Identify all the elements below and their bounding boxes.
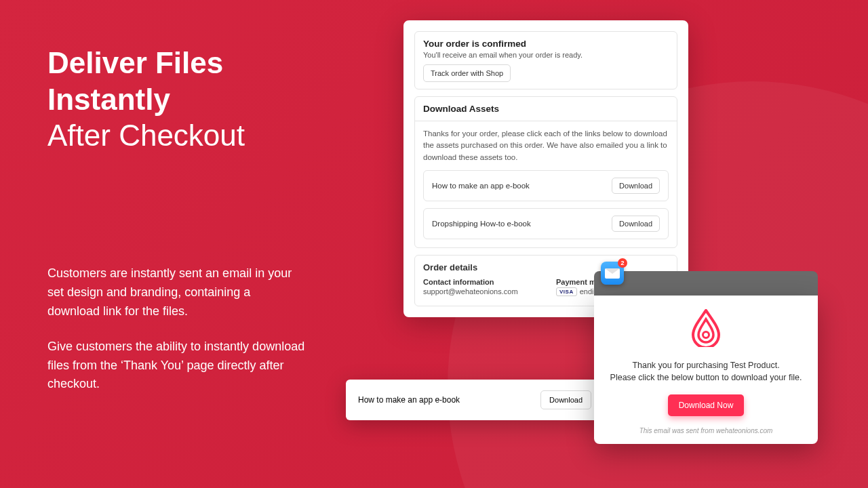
download-button[interactable]: Download [612,178,660,194]
asset-name: Dropshipping How-to e-book [432,220,531,228]
mail-badge: 2 [618,258,627,268]
envelope-icon [605,268,620,279]
download-assets-title: Download Assets [415,97,677,121]
email-instruction: Please click the below button to downloa… [606,373,806,382]
track-order-button[interactable]: Track order with Shop [423,64,511,82]
headline-line-3: After Checkout [47,119,245,152]
email-window-chrome [594,271,818,296]
headline-line-2: Instantly [47,81,245,118]
order-confirmed-subtext: You'll receive an email when your order … [423,51,669,59]
order-confirmed-card: Your order is confirmed You'll receive a… [414,31,677,89]
contact-info-value: support@wehateonions.com [423,287,536,296]
contact-info-label: Contact information [423,278,536,286]
download-button[interactable]: Download [540,390,591,409]
asset-row: How to make an app e-book Download [423,170,669,201]
asset-name: How to make an app e-book [358,395,460,405]
asset-row: Dropshipping How-to e-book Download [423,208,669,239]
download-now-button[interactable]: Download Now [668,394,745,416]
email-thank-you: Thank you for purchasing Test Product. [606,361,806,370]
svg-point-0 [703,332,709,338]
body-para-2: Give customers the ability to instantly … [47,338,305,394]
download-button[interactable]: Download [612,216,660,232]
body-para-1: Customers are instantly sent an email in… [47,264,305,321]
headline: Deliver Files Instantly After Checkout [47,45,245,154]
email-preview: 2 Thank you for purchasing Test Product.… [594,271,818,444]
drop-logo-icon [690,309,722,347]
download-assets-card: Download Assets Thanks for your order, p… [414,96,677,248]
download-assets-intro: Thanks for your order, please click each… [415,121,677,170]
asset-name: How to make an app e-book [432,182,530,190]
email-footer: This email was sent from wehateonions.co… [606,427,806,434]
floating-asset-row: How to make an app e-book Download [346,380,604,420]
visa-badge: VISA [556,287,577,296]
mail-app-icon: 2 [601,262,624,285]
body-copy: Customers are instantly sent an email in… [47,264,305,394]
headline-line-1: Deliver Files [47,45,245,81]
order-confirmed-title: Your order is confirmed [423,39,669,49]
